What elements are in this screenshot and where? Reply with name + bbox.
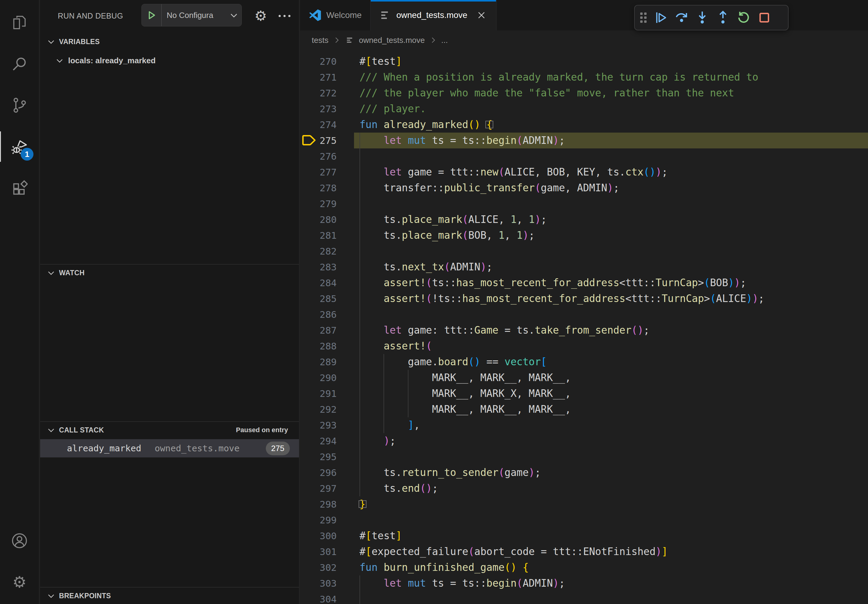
code-token: ; — [559, 577, 565, 589]
sidebar-item-explorer[interactable] — [0, 2, 39, 43]
views-more-actions-button[interactable] — [274, 0, 295, 32]
code-line[interactable]: 278 transfer::public_transfer(game, ADMI… — [300, 180, 868, 196]
account-button[interactable] — [0, 520, 39, 561]
call-stack-frame-row[interactable]: already_marked owned_tests.move 275 — [40, 439, 299, 457]
section-divider — [40, 587, 299, 588]
sidebar-item-run-and-debug[interactable]: 1 — [0, 126, 39, 167]
tab-welcome[interactable]: Welcome — [300, 0, 371, 30]
step-out-button[interactable] — [713, 8, 732, 27]
code-line[interactable]: 280 ts.place_mark(ALICE, 1, 1); — [300, 212, 868, 228]
code-line[interactable]: 282 — [300, 243, 868, 259]
code-line[interactable]: 288 assert!( — [300, 338, 868, 354]
panel-title: RUN AND DEBUG — [58, 12, 123, 20]
toolbar-drag-handle[interactable] — [640, 12, 646, 23]
code-line[interactable]: 289 game.board() == vector[ — [300, 354, 868, 370]
tab-owned-tests-move[interactable]: owned_tests.move — [371, 0, 496, 30]
code-line[interactable]: 286 — [300, 307, 868, 322]
stop-button[interactable] — [755, 8, 774, 27]
code-line[interactable]: 292 MARK__, MARK__, MARK__, — [300, 401, 868, 417]
continue-button[interactable] — [651, 8, 670, 27]
step-into-button[interactable] — [693, 8, 711, 27]
code-token: assert! — [383, 277, 426, 289]
code-line[interactable]: 299 — [300, 512, 868, 528]
code-line[interactable]: 281 ts.place_mark(BOB, 1, 1); — [300, 228, 868, 243]
breadcrumb-file[interactable]: owned_tests.move — [359, 36, 425, 45]
code-line[interactable]: 272/// the player who made the "false" m… — [300, 85, 868, 101]
sidebar-item-source-control[interactable] — [0, 85, 39, 126]
code-line[interactable]: 296 ts.return_to_sender(game); — [300, 465, 868, 480]
move-file-icon — [345, 35, 355, 45]
code-line[interactable]: 300#[test] — [300, 528, 868, 544]
line-number: 299 — [300, 512, 337, 528]
close-icon[interactable] — [475, 9, 488, 21]
code-line[interactable]: 287 let game: ttt::Game = ts.take_from_s… — [300, 322, 868, 338]
code-line[interactable]: 294 ); — [300, 433, 868, 449]
code-token: ] — [396, 55, 402, 67]
code-line[interactable]: 273/// player. — [300, 101, 868, 117]
code-line[interactable]: 276 — [300, 149, 868, 164]
settings-button[interactable]: ⚙ — [0, 561, 39, 603]
variables-scope-locals[interactable]: locals: already_marked — [40, 52, 299, 69]
start-debugging-button[interactable] — [142, 4, 162, 26]
code-line[interactable]: 297 ts.end(); — [300, 480, 868, 496]
debug-configuration-dropdown[interactable]: No Configura — [141, 4, 242, 26]
code-token: { — [486, 119, 492, 130]
sidebar-item-search[interactable] — [0, 43, 39, 85]
code-token: return_to_sender — [402, 466, 499, 479]
code-token: ( — [462, 214, 468, 225]
code-token: ( — [631, 324, 637, 336]
code-text: MARK__, MARK__, MARK__, — [360, 403, 571, 415]
variables-section-header[interactable]: VARIABLES — [40, 34, 299, 49]
code-line[interactable]: 293 ], — [300, 417, 868, 433]
code-line[interactable]: 271/// When a position is already marked… — [300, 69, 868, 85]
breadcrumb-symbol[interactable]: ... — [441, 36, 448, 45]
watch-section-header[interactable]: WATCH — [40, 265, 299, 280]
tab-label: owned_tests.move — [396, 10, 467, 20]
code-line[interactable]: 303 let mut ts = ts::begin(ADMIN); — [300, 575, 868, 591]
code-line[interactable]: 274fun already_marked() { — [300, 117, 868, 133]
step-over-icon — [674, 10, 689, 25]
code-text: #[test] — [360, 530, 402, 542]
code-text: fun already_marked() { — [360, 119, 492, 130]
code-token: ( — [420, 482, 426, 494]
code-token: transfer:: — [360, 182, 444, 194]
code-token: ALICE — [716, 293, 746, 304]
code-text: let game = ttt::new(ALICE, BOB, KEY, ts.… — [360, 166, 668, 178]
code-line[interactable]: 290 MARK__, MARK__, MARK__, — [300, 370, 868, 386]
code-line[interactable]: 277 let game = ttt::new(ALICE, BOB, KEY,… — [300, 164, 868, 180]
code-editor[interactable]: 270#[test]271/// When a position is alre… — [300, 50, 868, 604]
code-line[interactable]: 301#[expected_failure(abort_code = ttt::… — [300, 544, 868, 560]
code-line[interactable]: 304 — [300, 591, 868, 604]
code-line[interactable]: 270#[test] — [300, 54, 868, 69]
sidebar-item-extensions[interactable] — [0, 167, 39, 209]
line-number: 282 — [300, 243, 337, 259]
code-text: ts.return_to_sender(game); — [360, 466, 541, 479]
code-line[interactable]: 279 — [300, 196, 868, 212]
indent-guide — [360, 449, 360, 465]
code-line-current[interactable]: 275 let mut ts = ts::begin(ADMIN); — [300, 133, 868, 149]
code-token: ctx — [625, 166, 643, 178]
code-line[interactable]: 291 MARK__, MARK_X, MARK__, — [300, 386, 868, 401]
code-line[interactable]: 298} — [300, 496, 868, 512]
code-token: ) — [474, 356, 480, 368]
code-token: # — [360, 546, 366, 558]
code-line[interactable]: 302fun burn_unfinished_game() { — [300, 560, 868, 575]
code-line[interactable]: 285 assert!(!ts::has_most_recent_for_add… — [300, 291, 868, 307]
code-token: fun — [360, 561, 378, 573]
code-text: let game: ttt::Game = ts.take_from_sende… — [360, 324, 649, 336]
call-stack-section-header[interactable]: CALL STACK Paused on entry — [40, 423, 299, 438]
restart-button[interactable] — [734, 8, 753, 27]
code-token: ; — [662, 166, 668, 178]
code-line[interactable]: 283 ts.next_tx(ADMIN); — [300, 259, 868, 275]
breadcrumb-folder[interactable]: tests — [312, 36, 329, 45]
breakpoints-section-header[interactable]: BREAKPOINTS — [40, 588, 299, 603]
chevron-right-icon — [333, 36, 341, 44]
step-over-button[interactable] — [672, 8, 691, 27]
debug-badge: 1 — [21, 148, 33, 161]
code-token: game, ADMIN — [541, 182, 608, 194]
code-line[interactable]: 295 — [300, 449, 868, 465]
code-token: ( — [468, 119, 474, 130]
code-token: ADMIN — [522, 577, 553, 589]
code-line[interactable]: 284 assert!(ts::has_most_recent_for_addr… — [300, 275, 868, 291]
debug-settings-button[interactable]: ⚙ — [250, 0, 271, 32]
